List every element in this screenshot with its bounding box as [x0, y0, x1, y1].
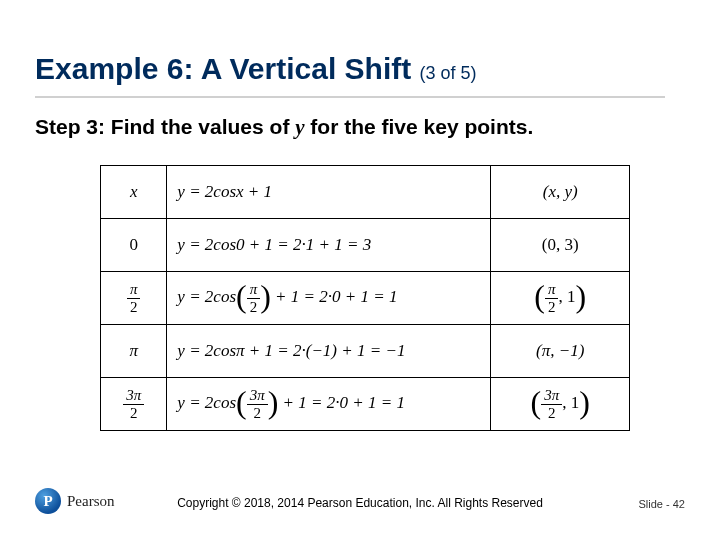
table-row: 0 y = 2cos0 + 1 = 2·1 + 1 = 3 (0, 3) — [101, 219, 630, 272]
pt-frac: π2 — [545, 282, 559, 315]
col-header-x: x — [130, 182, 138, 201]
step-var: y — [295, 115, 304, 139]
cell-pt: (π, −1) — [536, 341, 584, 360]
pt-val: , 1 — [558, 287, 575, 306]
copyright-line: Copyright © 2018, 2014 Pearson Education… — [0, 496, 720, 510]
cell-x: π — [129, 341, 138, 360]
title-main: Example 6: A Vertical Shift — [35, 52, 411, 85]
slide-title: Example 6: A Vertical Shift (3 of 5) — [35, 52, 477, 86]
table-row: x y = 2cosx + 1 (x, y) — [101, 166, 630, 219]
slide-number: Slide - 42 — [639, 498, 685, 510]
step-suffix: for the five key points. — [305, 115, 534, 138]
cell-pt: (0, 3) — [542, 235, 579, 254]
col-header-xy: (x, y) — [543, 182, 578, 201]
cell-eq: y = 2cos0 + 1 = 2·1 + 1 = 3 — [177, 235, 371, 254]
eq-frac: π2 — [247, 282, 261, 315]
pt-frac: 3π2 — [541, 388, 562, 421]
step-line: Step 3: Find the values of y for the fiv… — [35, 115, 533, 140]
eq-frac: 3π2 — [247, 388, 268, 421]
key-points-table: x y = 2cosx + 1 (x, y) 0 y = 2cos0 + 1 =… — [100, 165, 630, 431]
table-wrap: x y = 2cosx + 1 (x, y) 0 y = 2cos0 + 1 =… — [100, 165, 630, 431]
cell-eq-post: + 1 = 2·0 + 1 = 1 — [271, 287, 398, 306]
table-row: π y = 2cosπ + 1 = 2·(−1) + 1 = −1 (π, −1… — [101, 325, 630, 378]
title-sub: (3 of 5) — [420, 63, 477, 83]
cell-eq-post: + 1 = 2·0 + 1 = 1 — [278, 393, 405, 412]
col-header-y: y = 2cosx + 1 — [177, 182, 272, 201]
slide: Example 6: A Vertical Shift (3 of 5) Ste… — [0, 0, 720, 540]
title-rule — [35, 96, 665, 98]
cell-eq: y = 2cosπ + 1 = 2·(−1) + 1 = −1 — [177, 341, 405, 360]
cell-x-frac: π 2 — [127, 282, 141, 315]
cell-eq-pre: y = 2cos — [177, 287, 236, 306]
cell-x: 0 — [129, 235, 138, 254]
pt-val: , 1 — [562, 393, 579, 412]
cell-eq-pre: y = 2cos — [177, 393, 236, 412]
step-prefix: Step 3: Find the values of — [35, 115, 295, 138]
cell-x-frac: 3π 2 — [123, 388, 144, 421]
table-row: π 2 y = 2cos(π2) + 1 = 2·0 + 1 = 1 (π2, … — [101, 272, 630, 325]
table-row: 3π 2 y = 2cos(3π2) + 1 = 2·0 + 1 = 1 (3π… — [101, 378, 630, 431]
